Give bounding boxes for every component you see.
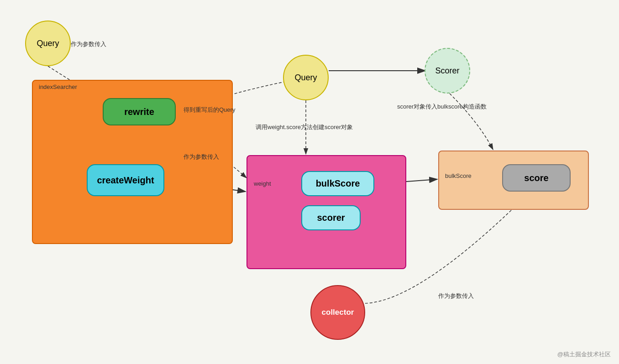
bulk-score-box-label: bulkScore [445, 172, 472, 179]
scorer-inner-node: scorer [301, 205, 361, 230]
label-collector-to-score: 作为参数传入 [438, 292, 474, 300]
weight-label: weight [254, 180, 271, 187]
collector-node: collector [310, 285, 365, 340]
query-tc-label: Query [294, 73, 317, 83]
bulk-score-inner-label: bulkScore [316, 178, 360, 189]
label-scorer-to-bulk: scorer对象传入bulkscore构造函数 [397, 103, 487, 111]
watermark: @稿土掘金技术社区 [557, 350, 611, 359]
diagram-container: Query indexSearcher rewrite createWeight… [0, 0, 619, 364]
index-searcher-label: indexSearcher [39, 83, 77, 90]
create-weight-label: createWeight [97, 174, 154, 186]
collector-label: collector [322, 308, 354, 317]
scorer-circle-label: Scorer [435, 66, 459, 76]
query-tl-node: Query [25, 21, 71, 66]
score-node: score [502, 164, 571, 192]
rewrite-node: rewrite [103, 98, 176, 125]
query-tc-node: Query [283, 55, 329, 100]
score-label: score [524, 173, 548, 183]
scorer-inner-label: scorer [317, 213, 345, 223]
label-query-to-weight: 调用weight.score方法创建scorer对象 [256, 123, 353, 131]
create-weight-node: createWeight [87, 164, 164, 196]
bulk-score-inner-node: bulkScore [301, 171, 374, 196]
label-rewrite-to-query: 得到重写后的Query [184, 106, 235, 114]
scorer-circle-node: Scorer [425, 48, 470, 94]
label-create-to-weight: 作为参数传入 [184, 153, 219, 161]
rewrite-label: rewrite [124, 107, 154, 117]
label-query-tl-arrow: 作为参数传入 [71, 40, 106, 48]
query-tl-label: Query [37, 39, 59, 48]
